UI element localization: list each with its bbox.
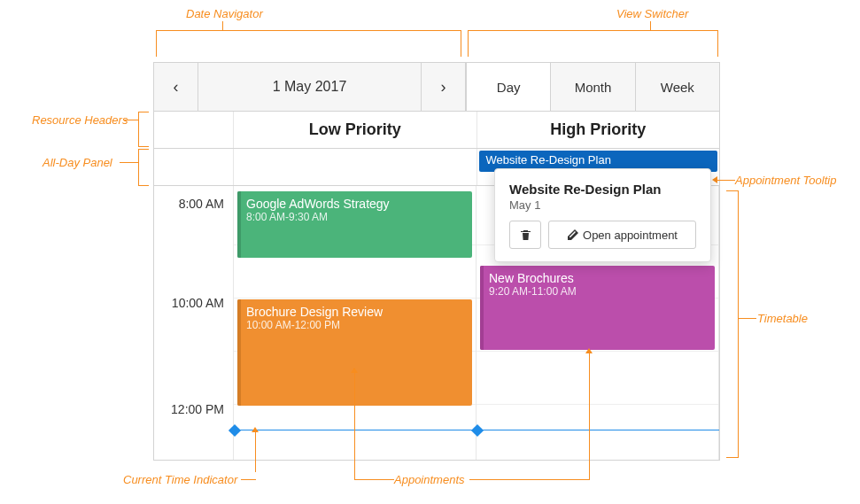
delete-button[interactable] <box>509 221 541 249</box>
appointment-bar <box>237 299 241 406</box>
anno-bracket-date-nav <box>156 30 461 57</box>
view-switcher: Day Month Week <box>466 63 719 111</box>
resource-header-high: High Priority <box>477 112 720 148</box>
tab-day[interactable]: Day <box>466 63 550 111</box>
anno-conn-view-switch <box>650 21 651 30</box>
appointment-bar <box>237 191 241 258</box>
grid-line <box>476 351 718 352</box>
anno-conn-appt1-v <box>354 372 355 480</box>
anno-arrow-appt1 <box>351 368 358 373</box>
appointment-time: 8:00 AM-9:30 AM <box>246 211 463 223</box>
anno-bracket-allday <box>138 149 149 186</box>
top-bar: ‹ 1 May 2017 › Day Month Week <box>154 63 719 111</box>
tab-week[interactable]: Week <box>635 63 719 111</box>
anno-timetable: Timetable <box>757 312 808 325</box>
tooltip-title: Website Re-Design Plan <box>509 182 696 197</box>
chevron-left-icon: ‹ <box>174 78 179 97</box>
day-col-low[interactable]: Google AdWords Strategy 8:00 AM-9:30 AM … <box>234 186 476 460</box>
current-date-label[interactable]: 1 May 2017 <box>198 63 421 111</box>
time-label-8: 8:00 AM <box>179 197 224 211</box>
appointment[interactable]: Google AdWords Strategy 8:00 AM-9:30 AM <box>237 191 472 258</box>
tab-month[interactable]: Month <box>550 63 634 111</box>
anno-allday-panel: All-Day Panel <box>43 156 112 169</box>
anno-conn-cti-v <box>255 431 256 472</box>
anno-date-navigator: Date Navigator <box>186 7 263 20</box>
time-label-10: 10:00 AM <box>172 296 224 310</box>
appointment-title: Google AdWords Strategy <box>246 197 463 211</box>
grid-line <box>476 404 718 405</box>
appointment-time: 9:20 AM-11:00 AM <box>489 285 706 298</box>
date-navigator: ‹ 1 May 2017 › <box>154 63 466 111</box>
anno-arrow-tooltip <box>712 176 717 183</box>
anno-arrow-appt2 <box>585 348 593 353</box>
time-gutter: 8:00 AM 10:00 AM 12:00 PM <box>154 186 234 460</box>
anno-conn-cti-h <box>241 479 256 480</box>
anno-arrow-cti <box>252 427 259 432</box>
prev-button[interactable]: ‹ <box>154 63 198 111</box>
next-button[interactable]: › <box>421 63 465 111</box>
resource-header-low: Low Priority <box>234 112 477 148</box>
anno-conn-tooltip <box>717 180 735 181</box>
time-gutter-head <box>154 112 234 148</box>
anno-view-switcher: View Switcher <box>616 7 688 20</box>
pencil-icon <box>567 229 578 241</box>
tooltip-buttons: Open appointment <box>509 221 696 249</box>
current-time-indicator <box>234 430 719 430</box>
anno-conn-appt1-h <box>354 479 394 480</box>
appointment-tooltip: Website Re-Design Plan May 1 Open appoin… <box>494 168 711 262</box>
appointment[interactable]: New Brochures 9:20 AM-11:00 AM <box>480 266 715 350</box>
time-label-12: 12:00 PM <box>171 402 224 416</box>
appointment-time: 10:00 AM-12:00 PM <box>246 319 463 331</box>
anno-bracket-timetable <box>726 190 739 458</box>
appointment-bar <box>480 266 484 350</box>
appointment-title: New Brochures <box>489 271 706 285</box>
grid-line <box>234 298 476 299</box>
appointment-title: Brochure Design Review <box>246 305 463 319</box>
resource-headers: Low Priority High Priority <box>154 111 719 148</box>
anno-conn-date-nav <box>222 21 223 30</box>
anno-bracket-resource <box>138 112 149 147</box>
trash-icon <box>520 229 531 241</box>
allday-gutter <box>154 149 234 185</box>
anno-resource-headers: Resource Headers <box>32 113 128 127</box>
anno-cti: Current Time Indicator <box>123 473 237 486</box>
anno-bracket-view-switch <box>468 30 718 57</box>
open-appointment-label: Open appointment <box>583 229 678 242</box>
anno-conn-appt2-v <box>589 353 590 480</box>
chevron-right-icon: › <box>441 78 446 97</box>
tooltip-subtitle: May 1 <box>509 198 696 212</box>
allday-appointment-title: Website Re-Design Plan <box>486 153 611 167</box>
anno-tooltip: Appointment Tooltip <box>735 174 836 187</box>
anno-appointments: Appointments <box>394 473 465 486</box>
allday-col-low[interactable] <box>234 149 477 185</box>
anno-conn-allday <box>120 162 138 163</box>
anno-conn-appt2-h <box>469 479 590 480</box>
anno-conn-timetable <box>739 318 756 319</box>
open-appointment-button[interactable]: Open appointment <box>548 221 696 249</box>
